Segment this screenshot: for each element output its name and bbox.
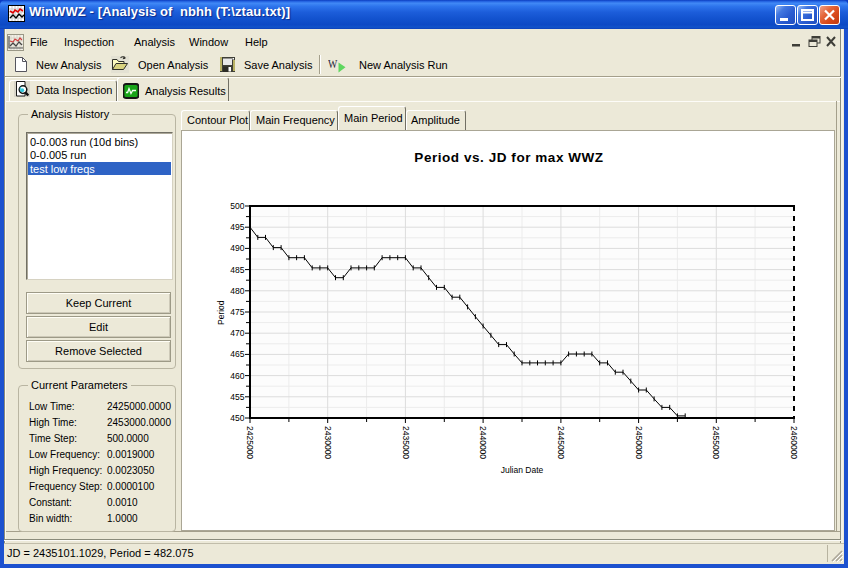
- svg-text:500: 500: [230, 201, 244, 211]
- svg-text:460: 460: [230, 371, 244, 381]
- svg-text:455: 455: [230, 392, 244, 402]
- svg-text:475: 475: [230, 307, 244, 317]
- svg-text:495: 495: [230, 222, 244, 232]
- svg-text:490: 490: [230, 243, 244, 253]
- svg-text:485: 485: [230, 265, 244, 275]
- svg-text:2455000: 2455000: [711, 426, 721, 459]
- svg-text:Period vs. JD for max WWZ: Period vs. JD for max WWZ: [414, 150, 603, 165]
- svg-text:2430000: 2430000: [323, 426, 333, 459]
- svg-text:465: 465: [230, 349, 244, 359]
- svg-text:2450000: 2450000: [634, 426, 644, 459]
- svg-text:2425000: 2425000: [245, 426, 255, 459]
- svg-text:450: 450: [230, 413, 244, 423]
- svg-text:2440000: 2440000: [478, 426, 488, 459]
- svg-text:2445000: 2445000: [556, 426, 566, 459]
- svg-text:Julian Date: Julian Date: [501, 465, 544, 475]
- svg-text:2435000: 2435000: [401, 426, 411, 459]
- svg-text:Period: Period: [217, 300, 227, 325]
- svg-text:2460000: 2460000: [789, 426, 799, 459]
- svg-text:470: 470: [230, 328, 244, 338]
- svg-text:480: 480: [230, 286, 244, 296]
